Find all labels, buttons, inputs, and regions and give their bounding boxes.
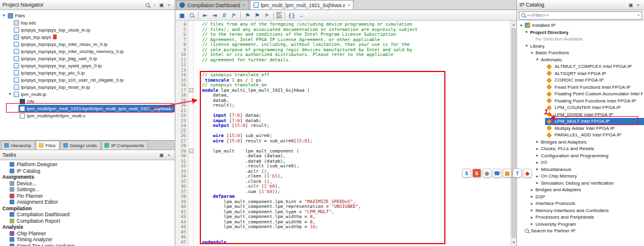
code-line[interactable]: wire [15:0] result = sub_wire0[15:0];	[202, 139, 510, 144]
ip-tree-item-bridges-and-adapters[interactable]: ▸Bridges and Adapters	[517, 186, 644, 194]
code-line[interactable]	[202, 230, 510, 235]
navigator-tab-files[interactable]: Files	[36, 141, 60, 150]
ip-tree-item-no-selection-available[interactable]: No Selection Available	[517, 36, 644, 43]
bookmark-toggle-icon[interactable]: ⚑	[243, 11, 252, 20]
editor-scrollbar[interactable]: ▲ ▼	[510, 21, 516, 246]
editor-tab-lpm-multi-lpm-mult-1921-6xjhkwa-v[interactable]: lpm_multi_lpm_mult_1921_6xjhkwa.v×	[250, 0, 354, 10]
pin-tool-icon[interactable]: ◆	[523, 169, 532, 178]
file-tree-item[interactable]: ip/qsys_top/qsys_top_s10_user_rst_clkgat…	[0, 76, 175, 83]
expand-arrow-icon[interactable]: ▸	[530, 208, 534, 213]
dock-panel-icon[interactable]: ▣	[158, 1, 165, 8]
expand-arrow-icon[interactable]: ▸	[535, 180, 540, 185]
close-tab-icon[interactable]: ×	[348, 2, 351, 8]
ip-tree-item-memory-interfaces-and-controllers[interactable]: ▸Memory Interfaces and Controllers	[517, 207, 644, 214]
file-tree-item[interactable]: ip/qsys_top/qsys_top_jtag_uart_0.ip	[0, 55, 175, 62]
dollar-tool-icon[interactable]: $	[462, 169, 471, 178]
expand-arrow-icon[interactable]: ▸	[530, 201, 534, 206]
uncomment-icon[interactable]: /*	[230, 11, 238, 20]
ip-tree-item-multiply-adder-intel-fpga-ip[interactable]: Multiply Adder Intel FPGA IP	[517, 125, 644, 132]
code-line[interactable]: datab,	[202, 98, 510, 104]
ip-tree-item-fixed-point-functions-intel-fpga-ip[interactable]: Fixed Point Functions Intel FPGA IP	[517, 84, 644, 91]
expand-arrow-icon[interactable]: ▸	[535, 167, 540, 172]
file-tree-item[interactable]: ip/qsys_top/qsys_top_pio_0.ip	[0, 69, 175, 76]
expand-arrow-icon[interactable]: ▾	[530, 51, 534, 55]
close-panel-icon[interactable]: ×	[165, 151, 172, 158]
clear-filter-icon[interactable]: ×	[637, 13, 640, 18]
task-item-compilation-report[interactable]: Compilation Report	[0, 218, 175, 225]
files-root-node[interactable]: ▾Files	[0, 12, 175, 19]
code-editor[interactable]: 4567891011121314151617181920212223242526…	[175, 21, 510, 246]
task-item-platform-designer[interactable]: Platform Designer	[0, 161, 175, 168]
scroll-up-icon[interactable]: ▲	[511, 21, 516, 27]
expand-arrow-icon[interactable]: ▾	[535, 57, 540, 62]
task-item-settings[interactable]: Settings...	[0, 186, 175, 193]
panel-tool-icon[interactable]: ▤	[503, 169, 512, 178]
close-tab-icon[interactable]: ×	[243, 2, 246, 8]
code-line[interactable]: output [15:0] result;	[202, 123, 510, 129]
ip-tree-item-installed-ip[interactable]: ▾Installed IP	[517, 22, 644, 29]
expand-arrow-icon[interactable]: ▾	[1, 13, 7, 18]
code-text-area[interactable]: // files from any of the foregoing (incl…	[194, 21, 510, 246]
ip-tree-item-configuration-and-programming[interactable]: ▸Configuration and Programming	[517, 152, 644, 160]
expand-arrow-icon[interactable]: ▸	[530, 188, 534, 192]
selected-verilog-file[interactable]: lpm_multi/lpm_mult_1921/synth/lpm_multi_…	[0, 105, 175, 112]
task-item-compilation-dashboard[interactable]: Compilation Dashboard	[0, 211, 175, 218]
ip-tree-item-bridges-and-adaptors[interactable]: ▸Bridges and Adaptors	[517, 139, 644, 146]
bookmark-next-icon[interactable]: ⚑	[253, 11, 261, 20]
code-line[interactable]: endmodule	[202, 240, 510, 245]
search-icon[interactable]	[144, 1, 151, 8]
expand-arrow-icon[interactable]: ▸	[535, 174, 540, 179]
file-tree-item[interactable]: top.sdc	[0, 19, 175, 26]
expand-arrow-icon[interactable]: ▸	[535, 139, 540, 144]
code-line[interactable]: result);	[202, 103, 510, 108]
brace-match-icon[interactable]: { }	[287, 11, 296, 20]
navigator-tab-hierarchy[interactable]: Hierarchy	[1, 141, 35, 150]
ip-tree-item-clocks-plls-and-resets[interactable]: ▸Clocks; PLLs and Resets	[517, 145, 644, 152]
expand-arrow-icon[interactable]: ▾	[519, 23, 524, 28]
ip-tree-item-altsqrt-intel-fpga-ip[interactable]: ALTSQRT Intel FPGA IP	[517, 70, 644, 77]
file-tree-item[interactable]: ip/qsys_top/qsys_top_sysid_qsys_0.ip	[0, 62, 175, 69]
file-tree-item[interactable]: ON	[0, 98, 175, 105]
code-line[interactable]	[202, 63, 510, 68]
expand-arrow-icon[interactable]: ▸	[530, 222, 534, 226]
float-panel-icon[interactable]: ▫	[151, 1, 158, 8]
code-line[interactable]: // agreement for further details.	[202, 58, 510, 63]
expand-arrow-icon[interactable]: ▸	[535, 147, 540, 151]
file-tree-item[interactable]: ip/qsys_top/qsys_top_reset_in.ip	[0, 83, 175, 91]
ip-tree-item-project-directory[interactable]: ▾Project Directory	[517, 29, 644, 36]
navigator-tab-design-units[interactable]: Design Units	[60, 141, 101, 150]
ip-tree-item-university-program[interactable]: ▸University Program	[517, 221, 644, 228]
code-line[interactable]: lpm_mult_component.lpm_widthp = 16;	[202, 225, 510, 230]
editor-tab-compilation-dashboard[interactable]: Compilation Dashboard×	[176, 0, 249, 10]
expand-arrow-icon[interactable]: ▾	[7, 92, 13, 96]
mouse-tool-icon[interactable]: ◉	[482, 169, 491, 178]
code-line[interactable]: module lpm_multi_lpm_mult_1921_6xjhkwa (	[202, 88, 510, 94]
ip-tree-item-lpm-divide-intel-fpga-ip[interactable]: LPM_DIVIDE Intel FPGA IP	[517, 111, 644, 119]
collapse-icon[interactable]: −	[189, 149, 193, 153]
indent-decrease-icon[interactable]: ⇤	[201, 11, 209, 20]
task-item-assignment-editor[interactable]: Assignment Editor	[0, 199, 175, 205]
file-tree-item[interactable]: ip/qsys_top/qsys_top_intel_onchip_memory…	[0, 48, 175, 55]
dock-panel-icon[interactable]: ▣	[627, 1, 634, 8]
ip-tree-item-i-o[interactable]: ▸I/O	[517, 159, 644, 166]
file-tree-item[interactable]: lpm_multi/synth/lpm_multi.v	[0, 112, 175, 119]
file-tree-item[interactable]: qsys_top.qsys	[0, 33, 175, 41]
code-line[interactable]: dataa,	[202, 93, 510, 98]
task-item-signal-tap-logic-analyzer[interactable]: Signal Tap Logic Analyzer	[0, 243, 175, 246]
ip-tree-item-arithmetic[interactable]: ▾Arithmetic	[517, 57, 644, 64]
ip-filter-input[interactable]	[527, 13, 635, 18]
ip-tree-item-interface-protocols[interactable]: ▸Interface Protocols	[517, 200, 644, 207]
ip-filter-box[interactable]: ×	[519, 11, 642, 20]
text-tool-icon[interactable]: T	[513, 169, 522, 178]
ip-tree-item-library[interactable]: ▾Library	[517, 43, 644, 50]
expand-arrow-icon[interactable]: ▸	[530, 215, 534, 220]
file-tree-item[interactable]: ip/qsys_top/qsys_top_clock_in.ip	[0, 26, 175, 33]
find-icon[interactable]	[187, 11, 196, 20]
ip-tree-item-simulation-debug-and-verification[interactable]: ▸Simulation; Debug and Verification	[517, 180, 644, 187]
navigator-tab-ip-components[interactable]: IP Components	[101, 141, 148, 150]
collapse-icon[interactable]: −	[189, 88, 193, 92]
expand-arrow-icon[interactable]: ▾	[524, 43, 529, 48]
html5-tool-icon[interactable]: 5	[472, 169, 481, 178]
task-item-chip-planner[interactable]: Chip Planner	[0, 231, 175, 237]
task-item-timing-analyzer[interactable]: Timing Analyzer	[0, 236, 175, 243]
